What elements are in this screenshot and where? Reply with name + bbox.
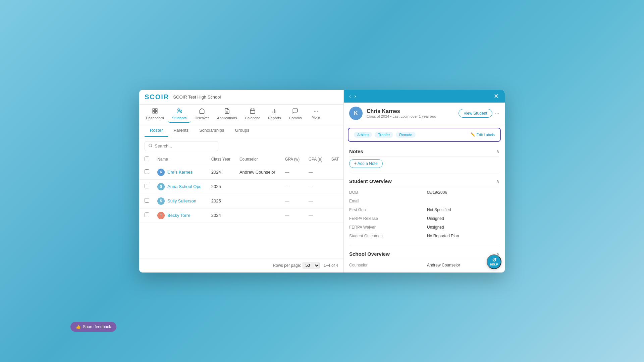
- student-avatar-1: S: [157, 183, 165, 190]
- thumbs-up-icon: 👍: [76, 324, 81, 329]
- next-arrow-button[interactable]: ›: [353, 93, 357, 100]
- col-sat[interactable]: SAT: [327, 154, 343, 165]
- more-options-button[interactable]: ···: [495, 110, 499, 116]
- overview-label-5: Student Outcomes: [349, 233, 422, 239]
- nav-item-dashboard[interactable]: Dashboard: [142, 106, 168, 123]
- col-gpa-w[interactable]: GPA (w): [281, 154, 305, 165]
- scoir-logo: SCOIR: [145, 93, 169, 101]
- student-counselor-1: [235, 179, 281, 194]
- student-overview-grid: DOB08/19/2006EmailFirst GenNot Specified…: [349, 189, 499, 243]
- view-student-button[interactable]: View Student: [459, 109, 492, 118]
- col-name[interactable]: Name ↑: [153, 154, 207, 165]
- student-class-year-3: 2024: [207, 208, 235, 223]
- school-label-0: Counselor: [349, 262, 422, 268]
- profile-info: Chris Karnes Class of 2024 • Last Login …: [367, 108, 454, 118]
- svg-rect-2: [153, 111, 154, 113]
- col-class-year[interactable]: Class Year: [207, 154, 235, 165]
- rows-per-page: Rows per page: 50 25 100: [273, 262, 320, 269]
- section-divider-2: [349, 245, 499, 245]
- student-name-link-2[interactable]: Sully Sullerson: [167, 198, 196, 203]
- select-all-checkbox[interactable]: [145, 157, 149, 161]
- help-button[interactable]: ↺ HELP: [487, 254, 501, 269]
- overview-label-4: FERPA Waiver: [349, 224, 422, 231]
- nav-item-reports[interactable]: Reports: [264, 106, 285, 123]
- row-checkbox-3[interactable]: [145, 213, 149, 217]
- profile-meta: Class of 2024 • Last Login over 1 year a…: [367, 114, 454, 118]
- search-input[interactable]: [155, 143, 215, 148]
- notes-toggle-button[interactable]: ∧: [496, 148, 499, 154]
- school-overview-header: School Overview ∧: [349, 248, 499, 259]
- svg-rect-1: [155, 109, 157, 110]
- search-container: [139, 137, 343, 154]
- col-gpa-u[interactable]: GPA (u): [305, 154, 327, 165]
- app-window: SCOIR SCOIR Test High School Dashboard S…: [139, 90, 505, 273]
- tab-roster[interactable]: Roster: [145, 124, 168, 137]
- overview-label-2: First Gen: [349, 206, 422, 213]
- student-gpa-w-3: —: [281, 208, 305, 223]
- labels-section: Athlete Tranfer Remote ✏️ Edit Labels: [348, 128, 501, 142]
- student-gpa-u-2: —: [305, 194, 327, 208]
- overview-value-2: Not Specified: [427, 206, 499, 213]
- overview-value-0: 08/19/2006: [427, 189, 499, 196]
- student-table: Name ↑ Class Year Counselor GPA (w) GPA …: [139, 154, 343, 223]
- nav-item-comms[interactable]: Comms: [285, 106, 306, 123]
- student-name-link-3[interactable]: Becky Torre: [167, 213, 190, 218]
- overview-value-3: Unsigned: [427, 215, 499, 222]
- students-icon: [176, 108, 182, 115]
- row-checkbox-0[interactable]: [145, 169, 149, 174]
- applications-icon: [224, 108, 230, 115]
- student-avatar-2: S: [157, 197, 165, 205]
- svg-rect-0: [153, 109, 154, 110]
- student-avatar-3: T: [157, 212, 165, 219]
- svg-line-16: [151, 146, 152, 147]
- search-icon: [148, 143, 153, 149]
- student-gpa-u-3: —: [305, 208, 327, 223]
- edit-labels-button[interactable]: ✏️ Edit Labels: [471, 132, 495, 137]
- student-counselor-3: [235, 208, 281, 223]
- nav-item-discover[interactable]: Discover: [191, 106, 213, 123]
- nav-bar: Dashboard Students Discover Applications: [139, 105, 343, 124]
- row-checkbox-2[interactable]: [145, 198, 149, 203]
- school-overview-grid: CounselorAndrew Counselor: [349, 262, 499, 273]
- pencil-icon: ✏️: [471, 132, 475, 137]
- logo-text: SCOIR: [145, 93, 169, 101]
- discover-icon: [199, 108, 205, 115]
- student-name-link-1[interactable]: Anna School Ops: [167, 184, 201, 189]
- app-header: SCOIR SCOIR Test High School: [139, 90, 343, 105]
- search-box: [145, 141, 218, 151]
- nav-item-more[interactable]: ··· More: [306, 107, 326, 122]
- student-gpa-u-1: —: [305, 179, 327, 194]
- pagination-range: 1–4 of 4: [324, 263, 338, 268]
- nav-item-calendar[interactable]: Calendar: [241, 106, 264, 123]
- share-feedback-button[interactable]: 👍 Share feedback: [70, 322, 116, 332]
- student-counselor-2: [235, 194, 281, 208]
- nav-item-applications[interactable]: Applications: [213, 106, 241, 123]
- tab-scholarships[interactable]: Scholarships: [194, 124, 229, 137]
- student-overview-toggle[interactable]: ∧: [496, 178, 499, 184]
- label-remote[interactable]: Remote: [396, 132, 416, 138]
- row-checkbox-1[interactable]: [145, 184, 149, 188]
- student-sat-3: [327, 208, 343, 223]
- student-overview-header: Student Overview ∧: [349, 175, 499, 186]
- student-gpa-u-0: —: [305, 165, 327, 179]
- nav-label-applications: Applications: [217, 116, 237, 120]
- tab-groups[interactable]: Groups: [230, 124, 255, 137]
- close-panel-button[interactable]: ✕: [492, 92, 501, 101]
- right-content: Notes ∧ + Add a Note Student Overview ∧ …: [344, 145, 505, 273]
- svg-rect-8: [250, 109, 255, 114]
- label-transfer[interactable]: Tranfer: [375, 132, 393, 138]
- student-avatar-0: K: [157, 169, 165, 176]
- label-athlete[interactable]: Athlete: [354, 132, 372, 138]
- rows-per-page-select[interactable]: 50 25 100: [303, 262, 320, 269]
- nav-item-students[interactable]: Students: [168, 106, 191, 123]
- student-class-year-0: 2024: [207, 165, 235, 179]
- nav-label-students: Students: [172, 116, 186, 120]
- col-counselor[interactable]: Counselor: [235, 154, 281, 165]
- nav-label-reports: Reports: [268, 116, 281, 120]
- tab-parents[interactable]: Parents: [168, 124, 194, 137]
- prev-arrow-button[interactable]: ‹: [348, 93, 352, 100]
- nav-label-discover: Discover: [195, 116, 209, 120]
- student-table-container: Name ↑ Class Year Counselor GPA (w) GPA …: [139, 154, 343, 258]
- add-note-button[interactable]: + Add a Note: [349, 159, 383, 168]
- student-name-link-0[interactable]: Chris Karnes: [167, 170, 193, 175]
